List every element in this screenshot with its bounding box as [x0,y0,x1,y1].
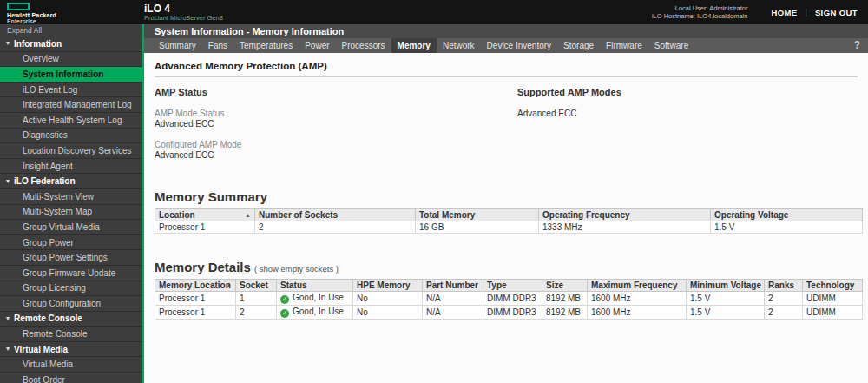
column-header-size[interactable]: Size [542,280,588,292]
memory-summary-table: ▲Location Number of Sockets Total Memory… [155,208,863,234]
sidebar-item-label: Active Health System Log [23,116,122,125]
column-header-hpe-memory[interactable]: HPE Memory [353,280,423,292]
main-panel: System Information - Memory Information … [144,24,868,383]
topbar-right: Local User: Administrator iLO Hostname: … [652,0,868,24]
status-ok-icon: ✓ [280,309,289,318]
cell-technology: UDIMM [803,292,863,306]
column-header-technology[interactable]: Technology [803,280,863,292]
cell-memory-location: Processor 1 [155,306,236,320]
tab-power[interactable]: Power [299,38,335,53]
tab-device-inventory[interactable]: Device Inventory [481,38,557,53]
sign-out-link[interactable]: SIGN OUT [815,8,858,17]
sidebar-item-group-power-settings[interactable]: Group Power Settings [0,250,142,266]
tab-summary[interactable]: Summary [153,38,202,53]
help-icon[interactable]: ? [854,38,860,53]
sidebar-item-insight-agent[interactable]: Insight Agent [0,159,142,175]
column-header-operating-frequency[interactable]: Operating Frequency [539,209,711,221]
sidebar-section-virtual-media[interactable]: ▾ Virtual Media [0,342,142,358]
app-shell: Expand All ▾ Information Overview System… [0,24,868,383]
product-name: iLO 4 [144,3,223,14]
table-row: Processor 1 2 ✓Good, In Use No N/A DIMM … [155,306,863,320]
cell-socket: 1 [236,292,277,306]
column-header-memory-location[interactable]: ▲Memory Location [155,280,236,292]
sidebar-item-label: iLO Event Log [23,85,77,95]
sidebar-item-group-power[interactable]: Group Power [0,235,142,251]
server-model: ProLiant MicroServer Gen8 [144,14,223,23]
table-row: Processor 1 2 16 GB 1333 MHz 1.5 V [155,221,863,234]
sidebar-section-ilo-federation[interactable]: ▾ iLO Federation [0,174,142,189]
memory-details-title: Memory Details( show empty sockets ) [155,260,858,274]
sidebar-nav: Expand All ▾ Information Overview System… [0,24,144,383]
show-empty-sockets-link[interactable]: ( show empty sockets ) [254,264,339,274]
sidebar-item-label: Remote Console [23,329,87,339]
column-header-maximum-frequency[interactable]: Maximum Frequency [588,280,687,292]
cell-technology: UDIMM [803,306,863,320]
column-header-location[interactable]: ▲Location [155,209,255,221]
memory-details-table: ▲Memory Location Socket Status HPE Memor… [155,279,863,320]
cell-frequency: 1333 MHz [539,221,711,234]
tab-processors[interactable]: Processors [336,38,391,53]
memory-summary-section: Memory Summary ▲Location Number of Socke… [155,189,858,234]
tab-fans[interactable]: Fans [202,38,233,53]
column-header-number-of-sockets[interactable]: Number of Sockets [255,209,416,221]
chevron-down-icon: ▾ [6,315,10,322]
sidebar-item-overview[interactable]: Overview [0,52,142,68]
cell-total-memory: 16 GB [416,221,539,234]
tab-firmware[interactable]: Firmware [600,38,648,53]
column-header-total-memory[interactable]: Total Memory [416,209,539,221]
configured-amp-mode-value: Advanced ECC [155,150,517,160]
cell-max-frequency: 1600 MHz [588,292,687,306]
tab-memory[interactable]: Memory [391,38,437,53]
sidebar-section-remote-console[interactable]: ▾ Remote Console [0,312,142,327]
home-link[interactable]: HOME [771,8,797,17]
expand-all-link[interactable]: Expand All [0,24,142,36]
sidebar-item-location-discovery-services[interactable]: Location Discovery Services [0,143,142,159]
sidebar-item-system-information[interactable]: System Information [0,67,142,83]
chevron-down-icon: ▾ [6,40,10,47]
sidebar-item-multi-system-map[interactable]: Multi-System Map [0,205,142,221]
sidebar-item-boot-order[interactable]: Boot Order [0,373,142,383]
tab-storage[interactable]: Storage [557,38,600,53]
sidebar-item-group-licensing[interactable]: Group Licensing [0,281,142,297]
cell-type: DIMM DDR3 [483,292,542,306]
product-block: iLO 4 ProLiant MicroServer Gen8 [144,0,223,24]
sidebar-item-group-firmware-update[interactable]: Group Firmware Update [0,266,142,281]
sidebar-item-diagnostics[interactable]: Diagnostics [0,129,142,144]
column-header-operating-voltage[interactable]: Operating Voltage [711,209,863,221]
configured-amp-mode-label: Configured AMP Mode [155,140,517,149]
sidebar-item-label: Group Power [23,238,74,248]
cell-size: 8192 MB [542,292,588,306]
cell-type: DIMM DDR3 [483,306,542,320]
column-header-minimum-voltage[interactable]: Minimum Voltage [687,280,765,292]
sidebar-item-integrated-management-log[interactable]: Integrated Management Log [0,97,142,113]
sidebar-section-information[interactable]: ▾ Information [0,36,142,52]
sidebar-item-group-configuration[interactable]: Group Configuration [0,296,142,312]
tab-temperatures[interactable]: Temperatures [233,38,299,53]
memory-summary-title: Memory Summary [155,189,858,204]
sidebar-item-label: Virtual Media [23,360,73,369]
tab-network[interactable]: Network [437,38,481,53]
amp-section-title: Advanced Memory Protection (AMP) [155,61,858,71]
column-header-status[interactable]: Status [277,280,353,292]
sidebar-item-remote-console[interactable]: Remote Console [0,327,142,342]
sidebar-item-multi-system-view[interactable]: Multi-System View [0,189,142,205]
sidebar-item-active-health-system-log[interactable]: Active Health System Log [0,113,142,129]
sidebar-item-ilo-event-log[interactable]: iLO Event Log [0,83,142,98]
page-title: System Information - Memory Information [144,24,868,38]
sidebar-item-label: Group Power Settings [23,253,108,262]
sidebar-item-group-virtual-media[interactable]: Group Virtual Media [0,220,142,235]
column-header-ranks[interactable]: Ranks [765,280,803,292]
cell-status: ✓Good, In Use [277,306,353,320]
tab-software[interactable]: Software [648,38,694,53]
column-header-socket[interactable]: Socket [236,280,277,292]
sidebar-section-label: Information [14,39,62,49]
cell-voltage: 1.5 V [711,221,863,234]
status-text: Good, In Use [293,307,344,316]
cell-part-number: N/A [423,292,483,306]
column-header-part-number[interactable]: Part Number [423,280,483,292]
sidebar-item-label: Diagnostics [23,130,68,140]
sidebar-item-label: Boot Order [23,375,65,383]
column-header-type[interactable]: Type [483,280,542,292]
sidebar-item-virtual-media[interactable]: Virtual Media [0,357,142,373]
sidebar-item-label: Group Firmware Update [23,268,115,278]
